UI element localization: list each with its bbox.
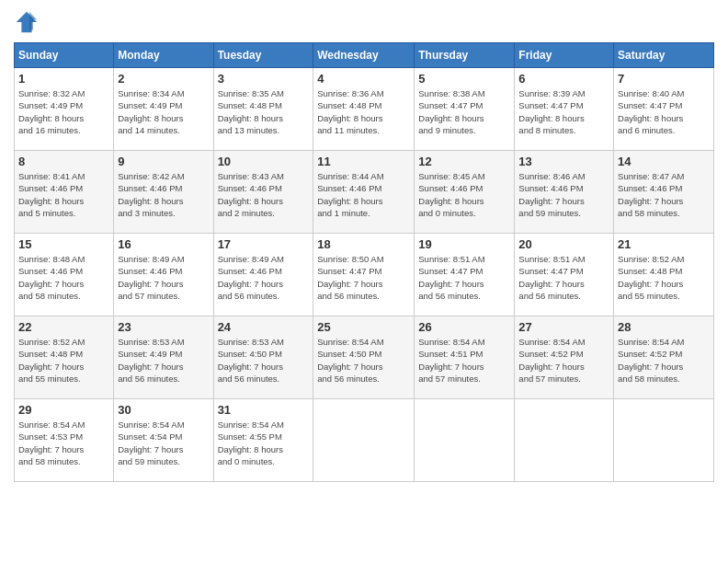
day-number: 3	[218, 72, 310, 86]
weekday-header: Wednesday	[313, 43, 415, 68]
calendar-cell: 7Sunrise: 8:40 AM Sunset: 4:47 PM Daylig…	[614, 68, 714, 151]
day-info: Sunrise: 8:32 AM Sunset: 4:49 PM Dayligh…	[18, 87, 109, 136]
day-number: 8	[18, 155, 109, 168]
calendar-header: SundayMondayTuesdayWednesdayThursdayFrid…	[15, 43, 714, 68]
logo-icon	[14, 9, 40, 35]
calendar-cell: 18Sunrise: 8:50 AM Sunset: 4:47 PM Dayli…	[313, 234, 415, 316]
day-info: Sunrise: 8:49 AM Sunset: 4:46 PM Dayligh…	[118, 253, 209, 302]
calendar-cell	[614, 399, 714, 482]
calendar-cell: 2Sunrise: 8:34 AM Sunset: 4:49 PM Daylig…	[114, 68, 213, 151]
page: SundayMondayTuesdayWednesdayThursdayFrid…	[0, 0, 728, 563]
day-number: 9	[118, 155, 209, 168]
calendar-week: 8Sunrise: 8:41 AM Sunset: 4:46 PM Daylig…	[15, 151, 714, 234]
calendar-cell: 30Sunrise: 8:54 AM Sunset: 4:54 PM Dayli…	[114, 399, 213, 482]
calendar-cell: 27Sunrise: 8:54 AM Sunset: 4:52 PM Dayli…	[515, 316, 614, 399]
day-number: 1	[18, 72, 109, 86]
calendar-cell	[313, 399, 415, 482]
weekday-header: Thursday	[415, 43, 515, 68]
calendar-cell: 12Sunrise: 8:45 AM Sunset: 4:46 PM Dayli…	[415, 151, 515, 234]
svg-marker-1	[29, 12, 37, 30]
calendar-cell: 25Sunrise: 8:54 AM Sunset: 4:50 PM Dayli…	[313, 316, 415, 399]
header	[14, 9, 714, 35]
day-number: 26	[418, 320, 510, 334]
day-number: 22	[18, 320, 109, 334]
calendar-cell: 14Sunrise: 8:47 AM Sunset: 4:46 PM Dayli…	[614, 151, 714, 234]
calendar-cell: 17Sunrise: 8:49 AM Sunset: 4:46 PM Dayli…	[213, 234, 313, 316]
day-info: Sunrise: 8:42 AM Sunset: 4:46 PM Dayligh…	[118, 170, 209, 219]
day-info: Sunrise: 8:54 AM Sunset: 4:55 PM Dayligh…	[218, 419, 310, 467]
day-info: Sunrise: 8:34 AM Sunset: 4:49 PM Dayligh…	[118, 87, 209, 136]
day-info: Sunrise: 8:54 AM Sunset: 4:54 PM Dayligh…	[118, 419, 209, 467]
day-number: 30	[118, 403, 209, 417]
calendar-cell: 16Sunrise: 8:49 AM Sunset: 4:46 PM Dayli…	[114, 234, 213, 316]
day-info: Sunrise: 8:43 AM Sunset: 4:46 PM Dayligh…	[218, 170, 310, 219]
weekday-header: Sunday	[15, 43, 114, 68]
day-info: Sunrise: 8:54 AM Sunset: 4:52 PM Dayligh…	[618, 336, 710, 385]
day-number: 20	[518, 237, 609, 251]
day-info: Sunrise: 8:44 AM Sunset: 4:46 PM Dayligh…	[317, 170, 410, 219]
day-info: Sunrise: 8:40 AM Sunset: 4:47 PM Dayligh…	[618, 87, 710, 136]
calendar-cell: 21Sunrise: 8:52 AM Sunset: 4:48 PM Dayli…	[614, 234, 714, 316]
day-info: Sunrise: 8:35 AM Sunset: 4:48 PM Dayligh…	[218, 87, 310, 136]
day-number: 16	[118, 237, 209, 251]
calendar-cell: 10Sunrise: 8:43 AM Sunset: 4:46 PM Dayli…	[213, 151, 313, 234]
weekday-header: Friday	[515, 43, 614, 68]
day-number: 18	[317, 237, 410, 251]
calendar-cell: 13Sunrise: 8:46 AM Sunset: 4:46 PM Dayli…	[515, 151, 614, 234]
day-info: Sunrise: 8:38 AM Sunset: 4:47 PM Dayligh…	[418, 87, 510, 136]
calendar-cell	[415, 399, 515, 482]
calendar-cell: 1Sunrise: 8:32 AM Sunset: 4:49 PM Daylig…	[15, 68, 114, 151]
day-number: 31	[218, 403, 310, 417]
calendar-cell: 26Sunrise: 8:54 AM Sunset: 4:51 PM Dayli…	[415, 316, 515, 399]
day-info: Sunrise: 8:52 AM Sunset: 4:48 PM Dayligh…	[618, 253, 710, 302]
calendar-cell: 20Sunrise: 8:51 AM Sunset: 4:47 PM Dayli…	[515, 234, 614, 316]
day-number: 28	[618, 320, 710, 334]
day-info: Sunrise: 8:49 AM Sunset: 4:46 PM Dayligh…	[218, 253, 310, 302]
day-info: Sunrise: 8:47 AM Sunset: 4:46 PM Dayligh…	[618, 170, 710, 219]
day-info: Sunrise: 8:53 AM Sunset: 4:50 PM Dayligh…	[218, 336, 310, 385]
day-number: 13	[518, 155, 609, 168]
day-info: Sunrise: 8:54 AM Sunset: 4:51 PM Dayligh…	[418, 336, 510, 385]
day-number: 17	[218, 237, 310, 251]
day-info: Sunrise: 8:46 AM Sunset: 4:46 PM Dayligh…	[518, 170, 609, 219]
day-number: 24	[218, 320, 310, 334]
day-number: 5	[418, 72, 510, 86]
day-info: Sunrise: 8:50 AM Sunset: 4:47 PM Dayligh…	[317, 253, 410, 302]
day-number: 21	[618, 237, 710, 251]
calendar-cell: 5Sunrise: 8:38 AM Sunset: 4:47 PM Daylig…	[415, 68, 515, 151]
day-info: Sunrise: 8:52 AM Sunset: 4:48 PM Dayligh…	[18, 336, 109, 385]
day-info: Sunrise: 8:53 AM Sunset: 4:49 PM Dayligh…	[118, 336, 209, 385]
day-info: Sunrise: 8:54 AM Sunset: 4:52 PM Dayligh…	[518, 336, 609, 385]
day-number: 19	[418, 237, 510, 251]
day-info: Sunrise: 8:51 AM Sunset: 4:47 PM Dayligh…	[418, 253, 510, 302]
day-number: 29	[18, 403, 109, 417]
logo	[14, 9, 43, 35]
calendar-week: 29Sunrise: 8:54 AM Sunset: 4:53 PM Dayli…	[15, 399, 714, 482]
day-number: 12	[418, 155, 510, 168]
calendar-cell: 23Sunrise: 8:53 AM Sunset: 4:49 PM Dayli…	[114, 316, 213, 399]
day-info: Sunrise: 8:41 AM Sunset: 4:46 PM Dayligh…	[18, 170, 109, 219]
day-info: Sunrise: 8:36 AM Sunset: 4:48 PM Dayligh…	[317, 87, 410, 136]
day-number: 25	[317, 320, 410, 334]
calendar-cell: 15Sunrise: 8:48 AM Sunset: 4:46 PM Dayli…	[15, 234, 114, 316]
calendar-body: 1Sunrise: 8:32 AM Sunset: 4:49 PM Daylig…	[15, 68, 714, 482]
day-number: 14	[618, 155, 710, 168]
day-info: Sunrise: 8:54 AM Sunset: 4:50 PM Dayligh…	[317, 336, 410, 385]
calendar-cell: 29Sunrise: 8:54 AM Sunset: 4:53 PM Dayli…	[15, 399, 114, 482]
calendar-cell: 3Sunrise: 8:35 AM Sunset: 4:48 PM Daylig…	[213, 68, 313, 151]
day-info: Sunrise: 8:45 AM Sunset: 4:46 PM Dayligh…	[418, 170, 510, 219]
calendar-cell	[515, 399, 614, 482]
day-number: 11	[317, 155, 410, 168]
weekday-header: Monday	[114, 43, 213, 68]
calendar-cell: 9Sunrise: 8:42 AM Sunset: 4:46 PM Daylig…	[114, 151, 213, 234]
calendar-cell: 6Sunrise: 8:39 AM Sunset: 4:47 PM Daylig…	[515, 68, 614, 151]
calendar-cell: 22Sunrise: 8:52 AM Sunset: 4:48 PM Dayli…	[15, 316, 114, 399]
day-number: 2	[118, 72, 209, 86]
calendar-week: 1Sunrise: 8:32 AM Sunset: 4:49 PM Daylig…	[15, 68, 714, 151]
day-number: 27	[518, 320, 609, 334]
calendar-cell: 24Sunrise: 8:53 AM Sunset: 4:50 PM Dayli…	[213, 316, 313, 399]
day-info: Sunrise: 8:48 AM Sunset: 4:46 PM Dayligh…	[18, 253, 109, 302]
weekday-row: SundayMondayTuesdayWednesdayThursdayFrid…	[15, 43, 714, 68]
calendar: SundayMondayTuesdayWednesdayThursdayFrid…	[14, 42, 714, 482]
day-number: 4	[317, 72, 410, 86]
